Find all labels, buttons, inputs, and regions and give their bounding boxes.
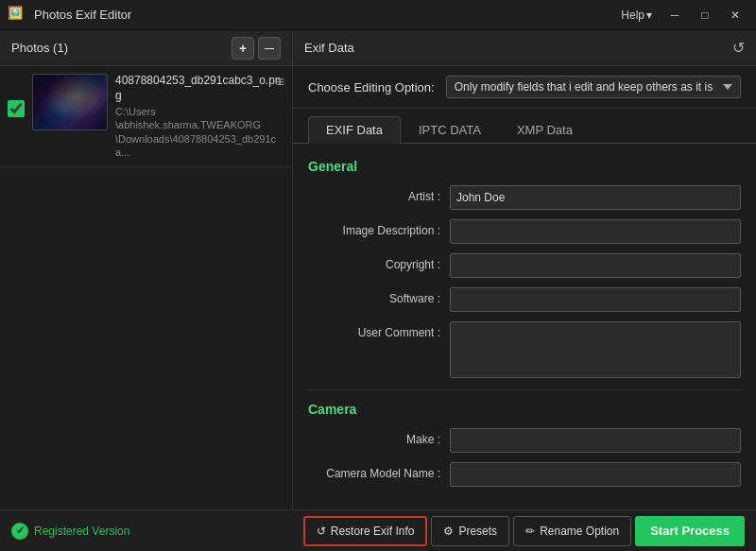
refresh-button[interactable]: ↺: [732, 39, 745, 57]
camera-model-row: Camera Model Name :: [308, 462, 741, 487]
image-description-label: Image Description :: [308, 219, 450, 237]
camera-model-label: Camera Model Name :: [308, 462, 450, 480]
rename-icon: ✏: [525, 525, 535, 538]
panel-header-buttons: + ─: [232, 37, 281, 60]
photo-checkbox[interactable]: [8, 100, 25, 117]
restore-exif-button[interactable]: ↺ Restore Exif Info: [303, 516, 428, 546]
camera-section-title: Camera: [308, 402, 741, 417]
software-row: Software :: [308, 287, 741, 312]
user-comment-label: User Comment :: [308, 321, 450, 339]
presets-icon: ⚙: [443, 525, 454, 538]
title-bar: 🖼️ Photos Exif Editor Help ▾ ─ □ ✕: [0, 0, 756, 30]
title-bar-left: 🖼️ Photos Exif Editor: [8, 6, 131, 25]
photo-list-item: 40878804253_db291cabc3_o.png C:\Users \a…: [0, 66, 292, 167]
registered-icon: ✓: [11, 523, 28, 540]
exif-panel-title: Exif Data: [304, 41, 354, 55]
artist-row: Artist :: [308, 185, 741, 210]
make-input[interactable]: [450, 428, 741, 453]
content-area: General Artist : Image Description : Cop…: [293, 144, 756, 509]
start-process-label: Start Process: [650, 524, 730, 538]
title-bar-right: Help ▾ ─ □ ✕: [615, 6, 748, 25]
photo-info: 40878804253_db291cabc3_o.png C:\Users \a…: [115, 74, 284, 159]
section-divider: [308, 389, 741, 390]
left-panel: Photos (1) + ─ 40878804253_db291cabc3_o.…: [0, 30, 293, 509]
user-comment-row: User Comment :: [308, 321, 741, 378]
exif-panel-header: Exif Data ↺: [293, 30, 756, 66]
editing-option-select[interactable]: Only modify fields that i edit and keep …: [446, 76, 741, 98]
presets-label: Presets: [458, 525, 497, 538]
photos-panel-title: Photos (1): [11, 41, 68, 55]
right-panel: Exif Data ↺ Choose Editing Option: Only …: [293, 30, 756, 509]
make-row: Make :: [308, 428, 741, 453]
user-comment-textarea[interactable]: [450, 321, 741, 378]
copyright-row: Copyright :: [308, 253, 741, 278]
image-description-row: Image Description :: [308, 219, 741, 244]
rename-option-label: Rename Option: [540, 525, 619, 538]
software-label: Software :: [308, 287, 450, 305]
photos-panel-header: Photos (1) + ─: [0, 30, 292, 66]
maximize-button[interactable]: □: [692, 6, 718, 25]
restore-icon: ↺: [317, 525, 326, 538]
photo-menu-icon[interactable]: ≡: [276, 74, 284, 91]
photo-filename: 40878804253_db291cabc3_o.png: [115, 74, 284, 103]
thumbnail-overlay: [33, 75, 107, 129]
tabs-bar: EXIF Data IPTC DATA XMP Data: [293, 109, 756, 144]
app-icon: 🖼️: [8, 6, 26, 25]
general-section-title: General: [308, 159, 741, 174]
help-button[interactable]: Help ▾: [615, 7, 658, 24]
app-title: Photos Exif Editor: [34, 8, 131, 22]
main-layout: Photos (1) + ─ 40878804253_db291cabc3_o.…: [0, 30, 756, 509]
add-photo-button[interactable]: +: [232, 37, 254, 60]
editing-option-label: Choose Editing Option:: [308, 80, 435, 95]
remove-photo-button[interactable]: ─: [258, 37, 281, 60]
photo-thumbnail: [32, 74, 108, 130]
artist-label: Artist :: [308, 185, 450, 203]
artist-input[interactable]: [450, 185, 741, 210]
bottom-bar: ✓ Registered Version ↺ Restore Exif Info…: [0, 509, 756, 551]
bottom-action-buttons: ↺ Restore Exif Info ⚙ Presets ✏ Rename O…: [303, 516, 745, 546]
software-input[interactable]: [450, 287, 741, 312]
start-process-button[interactable]: Start Process: [635, 516, 745, 546]
make-label: Make :: [308, 428, 450, 446]
close-button[interactable]: ✕: [722, 6, 748, 25]
tab-xmp-data[interactable]: XMP Data: [499, 116, 591, 143]
minimize-button[interactable]: ─: [662, 6, 688, 25]
camera-model-input[interactable]: [450, 462, 741, 487]
image-description-input[interactable]: [450, 219, 741, 244]
copyright-input[interactable]: [450, 253, 741, 278]
restore-exif-label: Restore Exif Info: [331, 525, 415, 538]
tab-iptc-data[interactable]: IPTC DATA: [401, 116, 499, 143]
registered-status: ✓ Registered Version: [11, 523, 129, 540]
presets-button[interactable]: ⚙ Presets: [431, 516, 509, 546]
rename-option-button[interactable]: ✏ Rename Option: [513, 516, 631, 546]
photo-path: C:\Users \abhishek.sharma.TWEAKORG \Down…: [115, 105, 284, 159]
registered-label: Registered Version: [34, 525, 129, 538]
editing-option-bar: Choose Editing Option: Only modify field…: [293, 66, 756, 109]
tab-exif-data[interactable]: EXIF Data: [308, 116, 401, 144]
copyright-label: Copyright :: [308, 253, 450, 271]
